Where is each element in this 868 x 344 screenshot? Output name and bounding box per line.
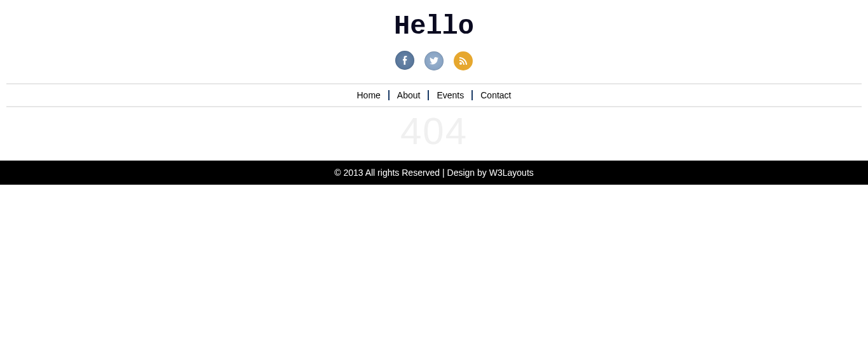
main-nav: Home About Events Contact [6, 83, 862, 107]
nav-events[interactable]: Events [429, 90, 473, 100]
footer: © 2013 All rights Reserved | Design by W… [0, 161, 868, 185]
svg-point-0 [459, 62, 462, 65]
footer-link[interactable]: W3Layouts [489, 168, 534, 178]
logo-text: Hello [393, 11, 475, 42]
rss-icon[interactable] [454, 51, 473, 70]
facebook-icon[interactable] [395, 51, 414, 70]
nav-about[interactable]: About [390, 90, 430, 100]
nav-home[interactable]: Home [349, 90, 389, 100]
twitter-icon[interactable] [424, 51, 444, 70]
nav-contact[interactable]: Contact [473, 90, 519, 100]
error-code: 404 [6, 112, 862, 150]
twitter-glyph [430, 57, 438, 65]
content: 404 [6, 107, 862, 161]
footer-text: © 2013 All rights Reserved | Design by [334, 168, 489, 178]
header: Hello [0, 0, 868, 78]
rss-glyph [459, 57, 467, 65]
logo[interactable]: Hello [0, 11, 868, 42]
social-links [0, 51, 868, 70]
facebook-glyph [402, 56, 407, 65]
